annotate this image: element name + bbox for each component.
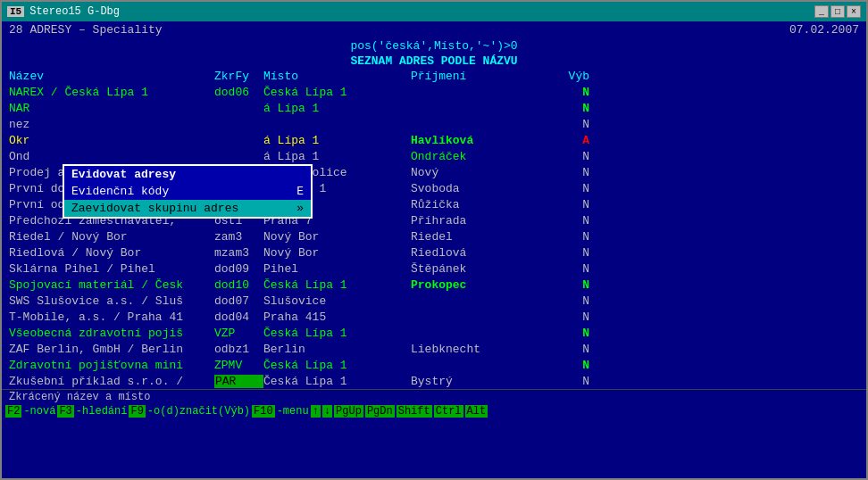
shift-key[interactable]: Shift — [396, 405, 432, 418]
close-button[interactable]: × — [847, 5, 861, 18]
table-area: NAREX / Česká Lípa 1 dod06 Česká Lípa 1 … — [2, 84, 866, 389]
table-row[interactable]: NAREX / Česká Lípa 1 dod06 Česká Lípa 1 … — [9, 84, 859, 100]
col-header-prijmeni: Příjmení — [411, 70, 554, 83]
app-icon: I5 — [7, 6, 24, 17]
title-bar: I5 Stereo15 G-Dbg _ □ × — [2, 2, 866, 21]
minimize-button[interactable]: _ — [814, 5, 829, 18]
maximize-button[interactable]: □ — [830, 5, 845, 18]
column-headers: Název ZkrFy Místo Příjmení Výb — [2, 69, 866, 84]
pgup-key[interactable]: PgUp — [334, 405, 363, 418]
ctrl-key[interactable]: Ctrl — [434, 405, 463, 418]
table-row[interactable]: Zdravotní pojišťovna mini ZPMV Česká Líp… — [9, 357, 859, 373]
submenu-arrow-icon: » — [296, 202, 304, 215]
table-row[interactable]: NAR á Lípa 1 N — [9, 100, 859, 116]
hotkey-bar: F2-nová F3-hledání F9-o(d)značit(Výb) F1… — [2, 404, 866, 418]
table-row[interactable]: Spojovací materiál / Česk dod10 Česká Lí… — [9, 277, 859, 293]
down-key[interactable]: ↓ — [322, 405, 332, 418]
col-header-naziv: Název — [9, 70, 214, 83]
table-row[interactable]: Ond á Lípa 1 Ondráček N — [9, 148, 859, 164]
menu-item-zaevidovat[interactable]: Zaevidovat skupinu adres » — [64, 200, 311, 217]
f2-key[interactable]: F2 — [5, 405, 21, 418]
menu-item-key: E — [296, 185, 304, 198]
menu-item-label: Evidenční kódy — [71, 185, 169, 198]
pgdn-key[interactable]: PgDn — [365, 405, 395, 418]
f10-key[interactable]: F10 — [252, 405, 275, 418]
table-row[interactable]: Všeobecná zdravotní pojiš VZP Česká Lípa… — [9, 325, 859, 341]
f10-label: -menu — [277, 405, 309, 418]
f9-label: -o(d)značit(Výb) — [147, 405, 250, 418]
header-row: 28 ADRESY – Speciality 07.02.2007 — [2, 21, 866, 38]
f9-key[interactable]: F9 — [129, 405, 145, 418]
table-row[interactable]: Riedlová / Nový Bor mzam3 Nový Bor Riedl… — [9, 244, 859, 261]
table-row[interactable]: ZAF Berlin, GmbH / Berlin odbz1 Berlin L… — [9, 341, 859, 357]
table-row[interactable]: T-Mobile, a.s. / Praha 41 dod04 Praha 41… — [9, 309, 859, 325]
menu-item-label: Zaevidovat skupinu adres — [71, 202, 238, 215]
up-key[interactable]: ↑ — [311, 405, 321, 418]
table-row[interactable]: Zkušební příklad s.r.o. / PAR Česká Lípa… — [9, 373, 859, 389]
filter-line: pos('česká',Místo,'~')>0 — [2, 38, 866, 54]
col-header-zkr: ZkrFy — [214, 70, 263, 83]
f3-key[interactable]: F3 — [57, 405, 73, 418]
table-row[interactable]: SWS Slušovice a.s. / Sluš dod07 Slušovic… — [9, 293, 859, 309]
status-bar: Zkrácený název a místo — [2, 389, 866, 404]
date-display: 07.02.2007 — [789, 23, 859, 37]
screen-title: 28 ADRESY – Speciality — [9, 23, 163, 37]
main-content: 28 ADRESY – Speciality 07.02.2007 pos('č… — [2, 21, 866, 478]
table-row[interactable]: Sklárna Pihel / Pihel dod09 Pihel Štěpán… — [9, 261, 859, 277]
table-row[interactable]: Riedel / Nový Bor zam3 Nový Bor Riedel N — [9, 228, 859, 244]
alt-key[interactable]: Alt — [465, 405, 488, 418]
list-title: SEZNAM ADRES PODLE NÁZVU — [2, 54, 866, 69]
f3-label: -hledání — [76, 405, 128, 418]
app-title: Stereo15 G-Dbg — [29, 5, 120, 18]
main-window: I5 Stereo15 G-Dbg _ □ × 28 ADRESY – Spec… — [0, 0, 868, 480]
table-row[interactable]: Okr á Lípa 1 Havlíková A — [9, 132, 859, 148]
f2-label: -nová — [23, 405, 55, 418]
col-header-vyb: Výb — [554, 70, 589, 83]
col-header-misto: Místo — [263, 70, 411, 83]
context-menu[interactable]: Evidovat adresy Evidenční kódy E Zaevido… — [63, 164, 313, 219]
table-row[interactable]: nez N — [9, 116, 859, 132]
context-menu-title: Evidovat adresy — [64, 166, 311, 183]
status-text: Zkrácený název a místo — [9, 391, 150, 403]
menu-item-evidencni-kody[interactable]: Evidenční kódy E — [64, 183, 311, 200]
